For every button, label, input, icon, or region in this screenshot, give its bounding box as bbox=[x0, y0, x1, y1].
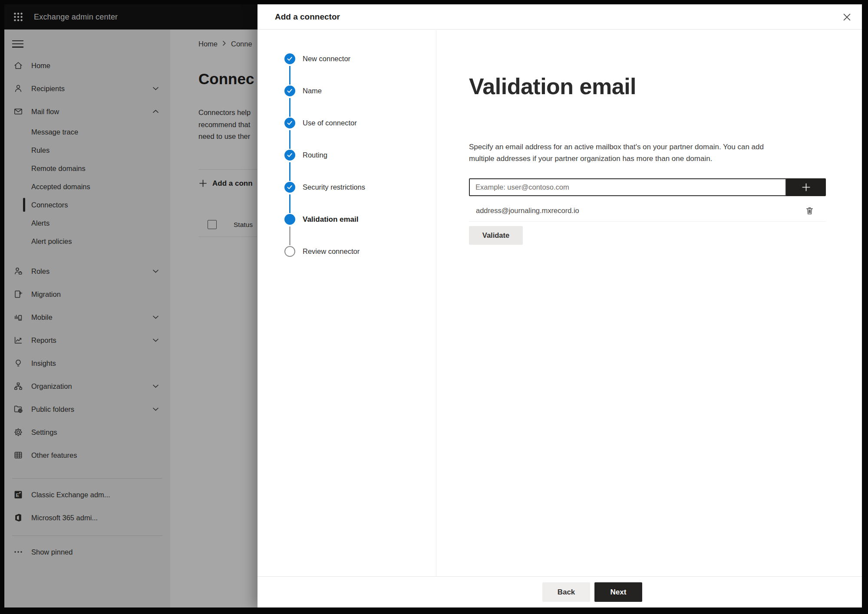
step-description: Specify an email address for an active m… bbox=[469, 141, 764, 164]
step-completed-icon bbox=[284, 150, 295, 161]
trash-icon bbox=[805, 206, 815, 216]
step-completed-icon bbox=[284, 118, 295, 128]
step-current-icon bbox=[284, 214, 295, 225]
back-button[interactable]: Back bbox=[542, 582, 590, 602]
step-upcoming-icon bbox=[284, 246, 295, 257]
wizard-step-security-restrictions[interactable]: Security restrictions bbox=[257, 182, 436, 214]
next-button[interactable]: Next bbox=[594, 582, 642, 602]
wizard-step-name[interactable]: Name bbox=[257, 85, 436, 118]
modal-header: Add a connector bbox=[257, 4, 862, 30]
wizard-steps-panel: New connector Name Use of connector bbox=[257, 30, 436, 576]
email-input[interactable] bbox=[469, 178, 786, 196]
step-completed-icon bbox=[284, 85, 295, 96]
modal-footer: Back Next bbox=[257, 576, 862, 607]
screenshot-frame: Exchange admin center Home Recipients bbox=[0, 0, 868, 614]
validation-email-content: Validation email Specify an email addres… bbox=[436, 30, 862, 576]
validate-button[interactable]: Validate bbox=[469, 226, 523, 245]
wizard-step-validation-email[interactable]: Validation email bbox=[257, 214, 436, 246]
modal-body: New connector Name Use of connector bbox=[257, 30, 862, 576]
divider bbox=[469, 221, 826, 222]
step-completed-icon bbox=[284, 53, 295, 64]
plus-icon bbox=[801, 182, 812, 193]
wizard-step-review-connector[interactable]: Review connector bbox=[257, 246, 436, 278]
wizard-step-new-connector[interactable]: New connector bbox=[257, 53, 436, 85]
add-email-button[interactable] bbox=[786, 178, 826, 196]
email-address-row: address@journaling.mxrecord.io bbox=[469, 200, 826, 221]
add-connector-modal: Add a connector New connector bbox=[257, 4, 862, 607]
email-address: address@journaling.mxrecord.io bbox=[476, 207, 579, 215]
step-heading: Validation email bbox=[469, 73, 636, 99]
close-button[interactable] bbox=[840, 10, 853, 23]
delete-address-button[interactable] bbox=[805, 206, 815, 216]
step-completed-icon bbox=[284, 182, 295, 193]
email-input-row bbox=[469, 178, 826, 196]
wizard-step-use-of-connector[interactable]: Use of connector bbox=[257, 118, 436, 150]
modal-title: Add a connector bbox=[275, 12, 340, 22]
app-window: Exchange admin center Home Recipients bbox=[4, 4, 862, 607]
wizard-step-routing[interactable]: Routing bbox=[257, 150, 436, 182]
close-icon bbox=[843, 13, 851, 21]
